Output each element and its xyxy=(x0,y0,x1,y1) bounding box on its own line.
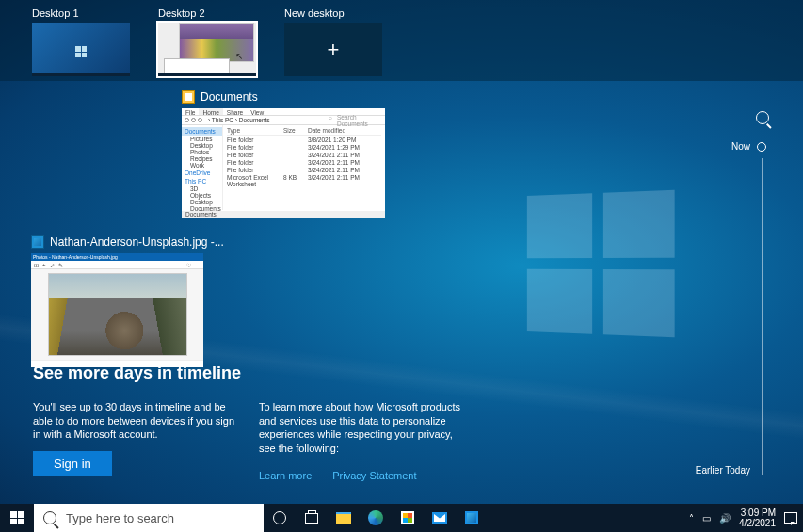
desktop-label: Desktop 2 xyxy=(158,8,256,19)
task-view-button[interactable] xyxy=(296,504,328,532)
timeline-item-documents[interactable]: Documents File Home Share View › This PC… xyxy=(182,90,385,218)
timeline-scrollbar[interactable]: Now Earlier Today xyxy=(756,111,767,476)
sign-in-button[interactable]: Sign in xyxy=(33,451,112,476)
folder-icon xyxy=(182,90,195,104)
prompt-heading: See more days in timeline xyxy=(33,363,504,383)
action-center-icon[interactable] xyxy=(784,512,797,524)
file-explorer-thumbnail: File Home Share View › This PC › Documen… xyxy=(182,108,385,218)
tray-overflow-icon[interactable]: ˄ xyxy=(689,513,694,524)
prompt-text: To learn more about how Microsoft produc… xyxy=(259,400,466,456)
photos-icon xyxy=(31,235,44,249)
timeline-signin-prompt: See more days in timeline You'll see up … xyxy=(33,363,504,483)
clock[interactable]: 3:09 PM 4/2/2021 xyxy=(739,508,776,528)
prompt-text: You'll see up to 30 days in timeline and… xyxy=(33,400,240,443)
privacy-statement-link[interactable]: Privacy Statement xyxy=(332,469,416,483)
timeline-item-photo[interactable]: Nathan-Anderson-Unsplash.jpg -... Photos… xyxy=(31,235,224,367)
cortana-button[interactable] xyxy=(264,504,296,532)
file-explorer-button[interactable] xyxy=(328,504,360,532)
new-desktop[interactable]: New desktop + xyxy=(284,8,382,81)
desktop-label: New desktop xyxy=(284,8,382,19)
window-title: Documents xyxy=(201,90,258,104)
search-icon[interactable] xyxy=(756,111,769,124)
learn-more-link[interactable]: Learn more xyxy=(259,469,312,483)
virtual-desktops-bar: Desktop 1 Desktop 2 ↖ New desktop + xyxy=(0,0,803,81)
volume-icon[interactable]: 🔊 xyxy=(719,513,731,524)
start-button[interactable] xyxy=(0,504,34,532)
timeline-marker-earlier: Earlier Today xyxy=(696,465,750,476)
plus-icon: + xyxy=(284,23,382,76)
desktop-2[interactable]: Desktop 2 ↖ xyxy=(158,8,256,81)
search-placeholder: Type here to search xyxy=(66,511,174,525)
desktop-label: Desktop 1 xyxy=(32,8,130,19)
edge-button[interactable] xyxy=(360,504,392,532)
window-title: Nathan-Anderson-Unsplash.jpg -... xyxy=(50,235,224,249)
desktop-1[interactable]: Desktop 1 xyxy=(32,8,130,81)
timeline-marker-now: Now xyxy=(731,141,750,152)
photos-button[interactable] xyxy=(456,504,488,532)
search-input[interactable]: Type here to search xyxy=(34,504,264,532)
store-button[interactable] xyxy=(392,504,424,532)
photos-app-thumbnail: Photos - Nathan-Anderson-Unsplash.jpg ⊞+… xyxy=(31,253,203,367)
mail-button[interactable] xyxy=(424,504,456,532)
taskbar: Type here to search ˄ ▭ 🔊 3:09 PM 4/2/20… xyxy=(0,504,803,532)
network-icon[interactable]: ▭ xyxy=(702,513,711,524)
search-icon xyxy=(43,511,56,524)
